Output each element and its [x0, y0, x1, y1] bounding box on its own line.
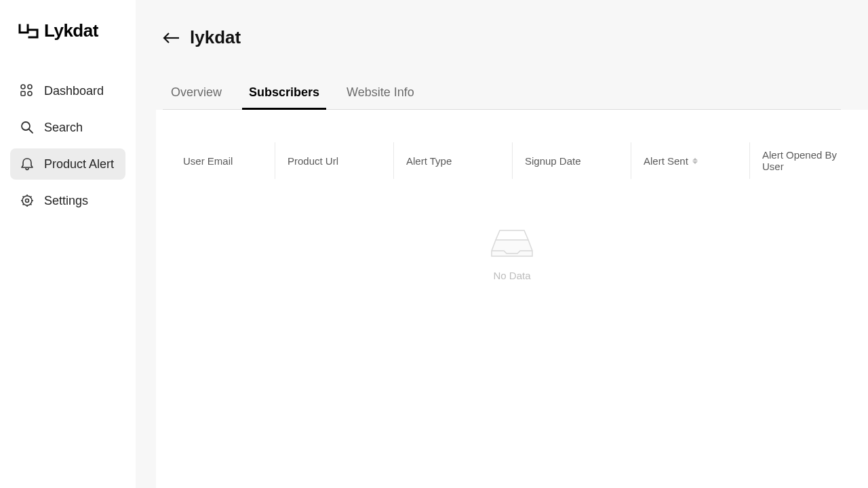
- column-label: Alert Type: [406, 155, 452, 167]
- sidebar-item-label: Dashboard: [44, 84, 104, 98]
- svg-line-15: [23, 204, 24, 205]
- page-title: lykdat: [190, 27, 241, 48]
- search-icon: [20, 120, 35, 135]
- header-row: lykdat: [163, 27, 841, 48]
- empty-state: No Data: [156, 192, 868, 281]
- header: lykdat Overview Subscribers Website Info: [136, 0, 868, 110]
- sidebar-item-search[interactable]: Search: [10, 112, 125, 143]
- column-alert-type[interactable]: Alert Type: [393, 142, 512, 179]
- inbox-icon: [490, 226, 534, 262]
- tab-overview[interactable]: Overview: [168, 85, 224, 109]
- svg-point-1: [28, 85, 32, 89]
- column-alert-opened[interactable]: Alert Opened By User: [749, 142, 868, 179]
- sort-icon: [692, 158, 698, 164]
- bell-icon: [20, 157, 35, 171]
- svg-point-0: [21, 85, 25, 89]
- tab-subscribers[interactable]: Subscribers: [246, 85, 322, 109]
- column-alert-sent[interactable]: Alert Sent: [631, 142, 749, 179]
- sidebar-item-label: Product Alert: [44, 157, 114, 171]
- sidebar-item-dashboard[interactable]: Dashboard: [10, 75, 125, 106]
- svg-point-3: [28, 92, 32, 96]
- svg-line-12: [23, 197, 24, 197]
- sidebar-item-settings[interactable]: Settings: [10, 185, 125, 216]
- svg-line-5: [29, 129, 33, 133]
- svg-point-6: [22, 196, 32, 205]
- svg-rect-2: [21, 92, 25, 96]
- tabs: Overview Subscribers Website Info: [163, 85, 841, 110]
- svg-point-4: [22, 122, 30, 130]
- column-label: Product Url: [288, 155, 338, 167]
- arrow-left-icon: [163, 31, 180, 45]
- column-signup-date[interactable]: Signup Date: [512, 142, 631, 179]
- column-user-email[interactable]: User Email: [156, 142, 275, 179]
- sidebar-item-label: Settings: [44, 194, 88, 208]
- svg-point-7: [26, 199, 29, 203]
- column-label: Signup Date: [525, 155, 581, 167]
- back-button[interactable]: [163, 31, 180, 45]
- column-label: Alert Opened By User: [762, 149, 856, 172]
- svg-line-14: [31, 197, 31, 197]
- sidebar-item-product-alert[interactable]: Product Alert: [10, 148, 125, 180]
- tab-website-info[interactable]: Website Info: [344, 85, 417, 109]
- content-panel: User Email Product Url Alert Type Signup…: [156, 110, 868, 488]
- logo[interactable]: Lykdat: [10, 20, 125, 41]
- logo-icon: [18, 24, 39, 39]
- gear-icon: [20, 193, 35, 208]
- column-label: Alert Sent: [644, 155, 688, 167]
- logo-text: Lykdat: [44, 20, 98, 41]
- column-product-url[interactable]: Product Url: [275, 142, 393, 179]
- main-content: lykdat Overview Subscribers Website Info…: [136, 0, 868, 488]
- table-header: User Email Product Url Alert Type Signup…: [156, 110, 868, 192]
- grid-icon: [20, 83, 35, 98]
- sidebar-item-label: Search: [44, 121, 83, 135]
- empty-text: No Data: [493, 270, 530, 281]
- sidebar: Lykdat Dashboard Search: [0, 0, 136, 488]
- svg-line-13: [31, 204, 31, 205]
- column-label: User Email: [183, 155, 233, 167]
